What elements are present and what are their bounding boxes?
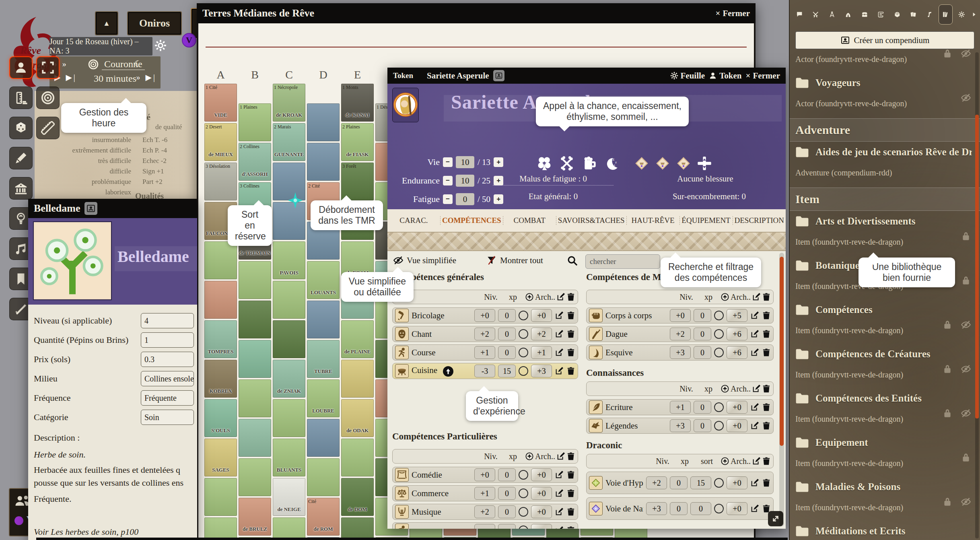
- skill-arch[interactable]: +0: [531, 487, 552, 500]
- ornament-diamond-orn[interactable]: [675, 155, 692, 171]
- tool-ruler[interactable]: [9, 87, 33, 109]
- plus-circle-icon[interactable]: [525, 452, 534, 461]
- tab-carac-[interactable]: CARAC.: [387, 216, 440, 225]
- sidebar-tab-scroll[interactable]: [873, 4, 888, 25]
- trash-icon[interactable]: [762, 330, 771, 338]
- trash-icon[interactable]: [566, 507, 575, 516]
- skill-name[interactable]: Ecriture: [605, 402, 667, 412]
- edit-icon[interactable]: [752, 384, 761, 393]
- skill-arch[interactable]: [531, 524, 552, 529]
- edit-icon[interactable]: [555, 489, 564, 498]
- tmr-cell[interactable]: [239, 419, 271, 457]
- skill-niv[interactable]: +1: [474, 487, 495, 500]
- skill-row-Chant[interactable]: Chant+20+2: [392, 326, 578, 342]
- skill-roll-circle[interactable]: [714, 402, 724, 412]
- skill-niv[interactable]: +0: [474, 309, 495, 322]
- tmr-cell[interactable]: [204, 478, 237, 516]
- edit-icon[interactable]: [555, 330, 564, 338]
- actor-avatar[interactable]: [392, 88, 419, 122]
- skill-name[interactable]: Légendes: [605, 421, 667, 431]
- night-moon-icon[interactable]: ☾: [134, 59, 142, 69]
- tmr-cell[interactable]: [307, 103, 340, 141]
- tmr-cell[interactable]: [307, 143, 340, 181]
- field-input[interactable]: 0.3: [141, 352, 194, 367]
- stat-value[interactable]: 10: [456, 156, 474, 168]
- skill-niv[interactable]: +2: [474, 505, 495, 518]
- tmr-cell[interactable]: S'OULS: [204, 399, 237, 437]
- skill-arch[interactable]: +2: [531, 328, 552, 340]
- skill-roll-circle[interactable]: [714, 504, 724, 513]
- tmr-cell[interactable]: 2 Plainesde FIASK: [341, 123, 374, 161]
- field-input[interactable]: Fréquente: [141, 390, 194, 406]
- sidebar-tab-swords[interactable]: [808, 4, 823, 25]
- sidebar-tab-books[interactable]: [939, 4, 952, 25]
- skill-arch[interactable]: +3: [531, 365, 552, 377]
- skill-roll-circle[interactable]: [714, 329, 724, 339]
- trash-icon[interactable]: [566, 330, 575, 338]
- tool-bullseye[interactable]: [36, 87, 60, 109]
- tmr-cell[interactable]: 2 Collinesd'ASSORH: [239, 143, 271, 181]
- edit-icon[interactable]: [556, 293, 565, 301]
- edit-icon[interactable]: [752, 457, 761, 466]
- compendium-pack[interactable]: Item (foundryvtt-reve-de-dragon): [795, 370, 962, 379]
- skill-roll-circle[interactable]: [714, 478, 724, 488]
- skill-name[interactable]: Commerce: [412, 488, 471, 499]
- tool-ruler2[interactable]: [36, 117, 60, 139]
- skill-name[interactable]: Esquive: [605, 348, 667, 358]
- skill-sort[interactable]: 15: [690, 476, 711, 489]
- tool-dice[interactable]: [9, 117, 33, 139]
- skill-name[interactable]: Comédie: [412, 470, 471, 480]
- skill-row-empty[interactable]: [392, 522, 578, 529]
- tmr-cell[interactable]: de PLAINE: [341, 320, 374, 358]
- tmr-cell[interactable]: [239, 379, 271, 417]
- skill-xp[interactable]: 0: [498, 328, 516, 340]
- stat-minus-button[interactable]: −: [443, 176, 453, 185]
- tmr-cell[interactable]: de BRULZ: [239, 498, 271, 536]
- stat-minus-button[interactable]: −: [443, 157, 453, 167]
- skill-niv[interactable]: +0: [474, 468, 495, 481]
- tool-brackets[interactable]: [36, 56, 60, 79]
- skill-row-Esquive[interactable]: Esquive+30+6: [586, 344, 774, 361]
- pack-lock-icon[interactable]: [941, 497, 953, 507]
- roll-bones-icon[interactable]: [559, 155, 575, 171]
- compendium-folder[interactable]: Compétences: [795, 304, 972, 315]
- skill-niv[interactable]: +3: [646, 502, 667, 515]
- tmr-cell[interactable]: LOUANTS: [307, 261, 340, 299]
- pack-lock-icon[interactable]: [960, 275, 972, 286]
- skill-xp[interactable]: 0: [694, 419, 711, 432]
- skill-row-Légendes[interactable]: Légendes+30+0: [586, 418, 774, 434]
- skill-xp[interactable]: 0: [670, 476, 688, 489]
- sheet-scrollbar[interactable]: [779, 253, 784, 526]
- edit-icon[interactable]: [750, 311, 759, 320]
- stat-value[interactable]: 10: [456, 175, 474, 187]
- tool-user[interactable]: [9, 56, 33, 79]
- stat-plus-button[interactable]: +: [494, 157, 503, 167]
- tab-haut-r-ve[interactable]: HAUT-RÊVE: [626, 216, 679, 225]
- skill-arch[interactable]: +6: [727, 346, 747, 359]
- skill-row-Corps à corps[interactable]: Corps à corps+00+5: [586, 307, 774, 324]
- roll-clover-icon[interactable]: [536, 155, 552, 171]
- tab-combat[interactable]: COMBAT: [503, 216, 556, 225]
- edit-icon[interactable]: [750, 330, 759, 338]
- tmr-cell[interactable]: [341, 360, 374, 398]
- skill-row-Ecriture[interactable]: Ecriture+10+0: [586, 399, 774, 415]
- skill-row-Commerce[interactable]: Commerce+10+0: [392, 485, 578, 501]
- edit-icon[interactable]: [750, 348, 759, 357]
- edit-icon[interactable]: [555, 311, 564, 320]
- compendium-pack[interactable]: Actor (foundryvtt-reve-de-dragon): [795, 99, 962, 108]
- skill-row-Voie d'Hypnos[interactable]: Voie d'Hypnos+2015+0: [586, 472, 774, 494]
- calendar-settings-gear-icon[interactable]: [154, 39, 167, 52]
- field-input[interactable]: Collines ensoleil: [141, 371, 194, 386]
- tab-comp-tences[interactable]: COMPÉTENCES: [440, 216, 503, 225]
- tab--quipement[interactable]: ÉQUIPEMENT: [679, 216, 733, 225]
- tool-bank[interactable]: [9, 177, 33, 200]
- trash-icon[interactable]: [566, 311, 575, 320]
- skill-arch[interactable]: +0: [531, 505, 552, 518]
- sidebar-tab-gear[interactable]: [954, 4, 969, 25]
- tool-pencil[interactable]: [9, 147, 33, 169]
- xp-up-button[interactable]: [443, 366, 453, 377]
- skill-niv[interactable]: +2: [646, 476, 667, 489]
- skill-arch[interactable]: +0: [531, 468, 552, 481]
- skill-xp[interactable]: 0: [694, 346, 711, 359]
- skill-arch[interactable]: +0: [727, 476, 747, 489]
